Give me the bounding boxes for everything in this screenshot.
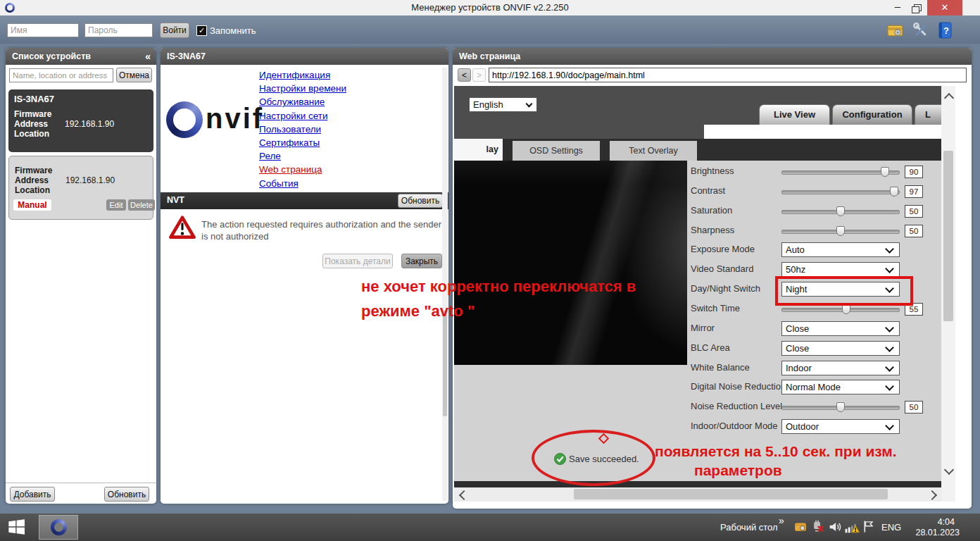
scroll-up-icon: [944, 93, 954, 103]
slider-thumb[interactable]: [836, 226, 845, 236]
svg-text:?: ?: [943, 25, 949, 36]
search-cancel-button[interactable]: Отмена: [116, 68, 152, 82]
address-label: Address: [14, 119, 48, 129]
browser-url-input[interactable]: [489, 68, 967, 82]
minimize-button[interactable]: –: [888, 0, 907, 15]
slider-track-sharpness[interactable]: [781, 230, 900, 234]
device-list-panel: Список устройств « Отмена IS-3NA67 Firmw…: [6, 48, 156, 504]
slider-thumb[interactable]: [881, 167, 889, 177]
device-link-[interactable]: События: [259, 177, 346, 190]
slider-value[interactable]: 50: [905, 225, 923, 237]
horizontal-scrollbar[interactable]: [454, 487, 941, 502]
setting-row-sharpness: Sharpness50: [454, 223, 941, 239]
slider-thumb[interactable]: [842, 304, 850, 314]
clock-date[interactable]: 28.01.2023: [903, 528, 960, 537]
slider-thumb[interactable]: [890, 187, 898, 197]
close-button[interactable]: ✕: [927, 0, 962, 15]
start-button[interactable]: [6, 519, 34, 536]
browser-back-button[interactable]: <: [458, 68, 471, 82]
device-link-[interactable]: Обслуживание: [259, 95, 346, 108]
device-link-[interactable]: Идентификация: [259, 68, 346, 82]
device-links-list: ИдентификацияНастройки времениОбслуживан…: [259, 68, 346, 190]
setting-label: Video Standard: [691, 263, 784, 274]
chevron-down-icon: [885, 264, 894, 273]
nvt-refresh-button[interactable]: Обновить: [398, 194, 443, 208]
volume-icon[interactable]: [829, 521, 842, 533]
slider-track-switch-time[interactable]: [781, 308, 900, 312]
login-toolbar: Войти ✓ Запомнить ?: [0, 15, 980, 44]
show-details-button[interactable]: Показать детали: [322, 254, 393, 268]
credentials-icon[interactable]: [886, 22, 904, 39]
action-center-flag-icon[interactable]: [863, 520, 874, 533]
device-link-[interactable]: Пользователи: [259, 123, 346, 136]
setting-row-contrast: Contrast97: [454, 184, 941, 199]
select-digital-noise-reduction[interactable]: Normal Mode: [781, 380, 900, 394]
setting-row-mirror: MirrorClose: [454, 321, 941, 337]
warning-close-button[interactable]: Закрыть: [401, 254, 442, 268]
slider-value[interactable]: 50: [905, 401, 923, 413]
slider-value[interactable]: 90: [905, 166, 923, 178]
slider-value[interactable]: 50: [905, 205, 923, 218]
add-device-button[interactable]: Добавить: [10, 487, 55, 502]
remember-label: Запомнить: [210, 25, 256, 36]
page-footer-strip: [454, 481, 941, 487]
chevron-down-icon: [885, 245, 894, 254]
chevron-down-icon: [885, 421, 894, 430]
language-indicator[interactable]: ENG: [881, 522, 901, 533]
select-blc-area[interactable]: Close: [781, 341, 900, 356]
vertical-scrollbar[interactable]: [941, 86, 955, 502]
nvt-title: NVT: [167, 195, 184, 205]
annotation-highlight-box: [775, 276, 913, 306]
setting-label: Contrast: [691, 185, 784, 196]
device-search-input[interactable]: [9, 68, 113, 82]
edit-button[interactable]: Edit: [106, 199, 126, 211]
slider-track-noise-reduction-level[interactable]: [781, 406, 900, 410]
warning-message: The action requested requires authorizat…: [201, 218, 448, 242]
clock-time[interactable]: 4:04: [908, 517, 955, 527]
tray-overflow-icon[interactable]: »: [779, 515, 784, 526]
slider-thumb[interactable]: [836, 206, 845, 216]
device-link-web[interactable]: Web страница: [259, 163, 346, 176]
select-white-balance[interactable]: Indoor: [781, 361, 900, 375]
login-button[interactable]: Войти: [160, 23, 189, 38]
remember-checkbox[interactable]: ✓: [196, 25, 207, 36]
chevron-down-icon: [885, 343, 894, 352]
slider-thumb[interactable]: [836, 402, 845, 412]
desktop-peek-label[interactable]: Рабочий стол: [720, 522, 778, 533]
device-link-[interactable]: Настройки времени: [259, 82, 346, 95]
device-link-[interactable]: Настройки сети: [259, 109, 346, 123]
network-status-icon[interactable]: [845, 521, 860, 533]
slider-track-contrast[interactable]: [781, 190, 900, 194]
setting-label: Noise Reduction Level: [691, 401, 784, 411]
slider-value[interactable]: 97: [905, 185, 923, 198]
device-card-selected[interactable]: IS-3NA67 Firmware Address 192.168.1.90 L…: [8, 89, 153, 152]
select-mirror[interactable]: Close: [781, 321, 900, 336]
restore-button[interactable]: [908, 0, 926, 15]
select-indoor-outdoor-mode[interactable]: Outdoor: [781, 419, 900, 434]
select-video-standard[interactable]: 50hz: [781, 262, 900, 277]
device-link-[interactable]: Сертификаты: [259, 136, 346, 149]
scroll-left-icon: [459, 490, 469, 500]
select-exposure-mode[interactable]: Auto: [781, 242, 900, 257]
location-label: Location: [15, 185, 50, 195]
setting-label: Saturation: [691, 205, 784, 216]
delete-button[interactable]: Delete: [128, 199, 155, 211]
username-input[interactable]: [7, 23, 79, 37]
setting-label: Day/Night Switch: [691, 283, 784, 294]
settings-tools-icon[interactable]: [912, 21, 930, 39]
collapse-panel-icon[interactable]: «: [145, 48, 151, 65]
device-link-[interactable]: Реле: [259, 149, 346, 163]
taskbar-onvif-app-button[interactable]: [39, 515, 78, 540]
firmware-label: Firmware: [14, 109, 51, 119]
tray-app-icon[interactable]: [794, 521, 807, 533]
slider-track-brightness[interactable]: [781, 170, 900, 175]
power-status-icon[interactable]: [811, 520, 824, 533]
device-card[interactable]: Firmware Address 192.168.1.90 Location M…: [8, 156, 153, 220]
refresh-devices-button[interactable]: Обновить: [104, 487, 149, 502]
slider-track-saturation[interactable]: [781, 210, 900, 214]
setting-label: BLC Area: [691, 342, 784, 353]
help-icon[interactable]: ?: [936, 21, 953, 39]
device-detail-panel: IS-3NA67 nvif ИдентификацияНастройки вре…: [161, 48, 448, 504]
browser-forward-button[interactable]: >: [472, 68, 486, 82]
password-input[interactable]: [84, 23, 153, 37]
